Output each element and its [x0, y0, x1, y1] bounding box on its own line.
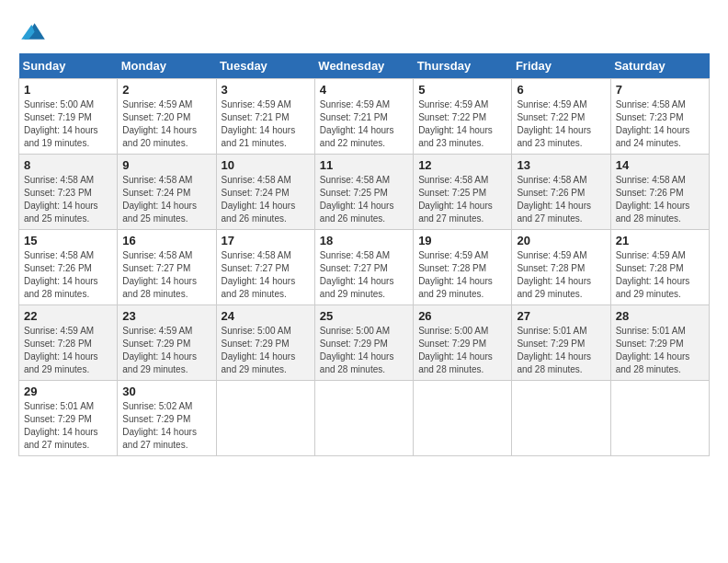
cell-day-number: 16	[122, 234, 210, 247]
cell-day-number: 12	[418, 158, 506, 172]
cell-info-text: Sunrise: 4:58 AM Sunset: 7:24 PM Dayligh…	[122, 174, 210, 225]
cell-info-text: Sunrise: 4:59 AM Sunset: 7:29 PM Dayligh…	[122, 325, 210, 376]
cell-day-number: 5	[418, 83, 506, 97]
cell-info-text: Sunrise: 5:00 AM Sunset: 7:29 PM Dayligh…	[222, 325, 310, 376]
cell-day-number: 11	[320, 158, 408, 172]
cell-day-number: 29	[24, 385, 112, 398]
calendar-cell: 22Sunrise: 4:59 AM Sunset: 7:28 PM Dayli…	[19, 305, 118, 381]
cell-day-number: 23	[122, 309, 210, 323]
calendar-cell	[414, 381, 512, 456]
calendar-cell: 23Sunrise: 4:59 AM Sunset: 7:29 PM Dayli…	[118, 305, 216, 381]
cell-day-number: 22	[24, 309, 112, 323]
calendar-cell: 24Sunrise: 5:00 AM Sunset: 7:29 PM Dayli…	[216, 305, 314, 381]
calendar-cell: 16Sunrise: 4:58 AM Sunset: 7:27 PM Dayli…	[118, 230, 216, 305]
week-row-5: 29Sunrise: 5:01 AM Sunset: 7:29 PM Dayli…	[19, 381, 710, 456]
cell-day-number: 13	[517, 158, 605, 172]
cell-day-number: 26	[418, 309, 506, 323]
cell-day-number: 8	[24, 158, 112, 172]
calendar-cell: 6Sunrise: 4:59 AM Sunset: 7:22 PM Daylig…	[512, 79, 610, 155]
cell-day-number: 4	[320, 83, 408, 97]
calendar-cell: 8Sunrise: 4:58 AM Sunset: 7:23 PM Daylig…	[19, 155, 118, 230]
calendar-cell	[216, 381, 314, 456]
calendar-cell	[610, 381, 709, 456]
week-row-1: 1Sunrise: 5:00 AM Sunset: 7:19 PM Daylig…	[19, 79, 710, 155]
calendar-cell: 29Sunrise: 5:01 AM Sunset: 7:29 PM Dayli…	[19, 381, 118, 456]
cell-info-text: Sunrise: 4:58 AM Sunset: 7:23 PM Dayligh…	[24, 174, 112, 225]
cell-day-number: 14	[616, 158, 704, 172]
col-header-friday: Friday	[512, 53, 610, 79]
cell-info-text: Sunrise: 5:01 AM Sunset: 7:29 PM Dayligh…	[517, 325, 605, 376]
cell-day-number: 24	[222, 309, 310, 323]
cell-day-number: 17	[222, 234, 310, 247]
calendar-header-row: SundayMondayTuesdayWednesdayThursdayFrid…	[19, 53, 710, 79]
calendar-cell: 21Sunrise: 4:59 AM Sunset: 7:28 PM Dayli…	[610, 230, 709, 305]
calendar-cell: 14Sunrise: 4:58 AM Sunset: 7:26 PM Dayli…	[610, 155, 709, 230]
cell-info-text: Sunrise: 4:59 AM Sunset: 7:20 PM Dayligh…	[122, 98, 210, 150]
week-row-3: 15Sunrise: 4:58 AM Sunset: 7:26 PM Dayli…	[19, 230, 710, 305]
cell-day-number: 1	[24, 83, 112, 97]
calendar-cell: 7Sunrise: 4:58 AM Sunset: 7:23 PM Daylig…	[610, 79, 709, 155]
col-header-sunday: Sunday	[19, 53, 118, 79]
calendar-cell: 18Sunrise: 4:58 AM Sunset: 7:27 PM Dayli…	[314, 230, 413, 305]
cell-info-text: Sunrise: 5:01 AM Sunset: 7:29 PM Dayligh…	[616, 325, 704, 376]
cell-info-text: Sunrise: 4:59 AM Sunset: 7:21 PM Dayligh…	[222, 98, 310, 150]
cell-day-number: 21	[616, 234, 704, 247]
calendar-cell: 5Sunrise: 4:59 AM Sunset: 7:22 PM Daylig…	[414, 79, 512, 155]
cell-info-text: Sunrise: 4:58 AM Sunset: 7:25 PM Dayligh…	[320, 174, 408, 225]
calendar-body: 1Sunrise: 5:00 AM Sunset: 7:19 PM Daylig…	[19, 79, 710, 456]
cell-info-text: Sunrise: 5:00 AM Sunset: 7:29 PM Dayligh…	[320, 325, 408, 376]
cell-info-text: Sunrise: 4:58 AM Sunset: 7:23 PM Dayligh…	[616, 98, 704, 150]
calendar-cell: 12Sunrise: 4:58 AM Sunset: 7:25 PM Dayli…	[414, 155, 512, 230]
calendar-cell: 2Sunrise: 4:59 AM Sunset: 7:20 PM Daylig…	[118, 79, 216, 155]
cell-info-text: Sunrise: 4:58 AM Sunset: 7:27 PM Dayligh…	[122, 249, 210, 301]
calendar-cell: 1Sunrise: 5:00 AM Sunset: 7:19 PM Daylig…	[19, 79, 118, 155]
cell-info-text: Sunrise: 4:59 AM Sunset: 7:28 PM Dayligh…	[418, 249, 506, 301]
calendar-cell: 25Sunrise: 5:00 AM Sunset: 7:29 PM Dayli…	[314, 305, 413, 381]
calendar-cell: 4Sunrise: 4:59 AM Sunset: 7:21 PM Daylig…	[314, 79, 413, 155]
calendar-cell: 19Sunrise: 4:59 AM Sunset: 7:28 PM Dayli…	[414, 230, 512, 305]
calendar-cell	[512, 381, 610, 456]
calendar-cell: 9Sunrise: 4:58 AM Sunset: 7:24 PM Daylig…	[118, 155, 216, 230]
col-header-wednesday: Wednesday	[314, 53, 413, 79]
cell-info-text: Sunrise: 4:58 AM Sunset: 7:24 PM Dayligh…	[222, 174, 310, 225]
calendar-cell: 28Sunrise: 5:01 AM Sunset: 7:29 PM Dayli…	[610, 305, 709, 381]
cell-day-number: 20	[517, 234, 605, 247]
calendar-cell: 30Sunrise: 5:02 AM Sunset: 7:29 PM Dayli…	[118, 381, 216, 456]
cell-info-text: Sunrise: 5:00 AM Sunset: 7:19 PM Dayligh…	[24, 98, 112, 150]
cell-info-text: Sunrise: 4:59 AM Sunset: 7:22 PM Dayligh…	[517, 98, 605, 150]
calendar-cell: 10Sunrise: 4:58 AM Sunset: 7:24 PM Dayli…	[216, 155, 314, 230]
cell-day-number: 28	[616, 309, 704, 323]
week-row-4: 22Sunrise: 4:59 AM Sunset: 7:28 PM Dayli…	[19, 305, 710, 381]
col-header-thursday: Thursday	[414, 53, 512, 79]
calendar-cell: 15Sunrise: 4:58 AM Sunset: 7:26 PM Dayli…	[19, 230, 118, 305]
cell-info-text: Sunrise: 4:58 AM Sunset: 7:26 PM Dayligh…	[24, 249, 112, 301]
cell-day-number: 30	[122, 385, 210, 398]
cell-info-text: Sunrise: 4:59 AM Sunset: 7:28 PM Dayligh…	[616, 249, 704, 301]
cell-info-text: Sunrise: 5:00 AM Sunset: 7:29 PM Dayligh…	[418, 325, 506, 376]
week-row-2: 8Sunrise: 4:58 AM Sunset: 7:23 PM Daylig…	[19, 155, 710, 230]
cell-day-number: 7	[616, 83, 704, 97]
calendar-table: SundayMondayTuesdayWednesdayThursdayFrid…	[18, 53, 710, 456]
logo	[18, 18, 53, 44]
cell-day-number: 19	[418, 234, 506, 247]
cell-day-number: 27	[517, 309, 605, 323]
calendar-cell: 3Sunrise: 4:59 AM Sunset: 7:21 PM Daylig…	[216, 79, 314, 155]
page-header	[18, 18, 710, 44]
calendar-cell: 13Sunrise: 4:58 AM Sunset: 7:26 PM Dayli…	[512, 155, 610, 230]
calendar-cell: 11Sunrise: 4:58 AM Sunset: 7:25 PM Dayli…	[314, 155, 413, 230]
logo-icon	[18, 18, 48, 44]
calendar-cell: 20Sunrise: 4:59 AM Sunset: 7:28 PM Dayli…	[512, 230, 610, 305]
calendar-cell: 26Sunrise: 5:00 AM Sunset: 7:29 PM Dayli…	[414, 305, 512, 381]
col-header-monday: Monday	[118, 53, 216, 79]
cell-day-number: 2	[122, 83, 210, 97]
cell-info-text: Sunrise: 4:58 AM Sunset: 7:26 PM Dayligh…	[616, 174, 704, 225]
col-header-saturday: Saturday	[610, 53, 709, 79]
calendar-cell: 17Sunrise: 4:58 AM Sunset: 7:27 PM Dayli…	[216, 230, 314, 305]
cell-day-number: 25	[320, 309, 408, 323]
cell-info-text: Sunrise: 4:59 AM Sunset: 7:28 PM Dayligh…	[517, 249, 605, 301]
cell-info-text: Sunrise: 5:02 AM Sunset: 7:29 PM Dayligh…	[122, 400, 210, 452]
cell-day-number: 3	[222, 83, 310, 97]
cell-info-text: Sunrise: 5:01 AM Sunset: 7:29 PM Dayligh…	[24, 400, 112, 452]
calendar-cell	[314, 381, 413, 456]
col-header-tuesday: Tuesday	[216, 53, 314, 79]
